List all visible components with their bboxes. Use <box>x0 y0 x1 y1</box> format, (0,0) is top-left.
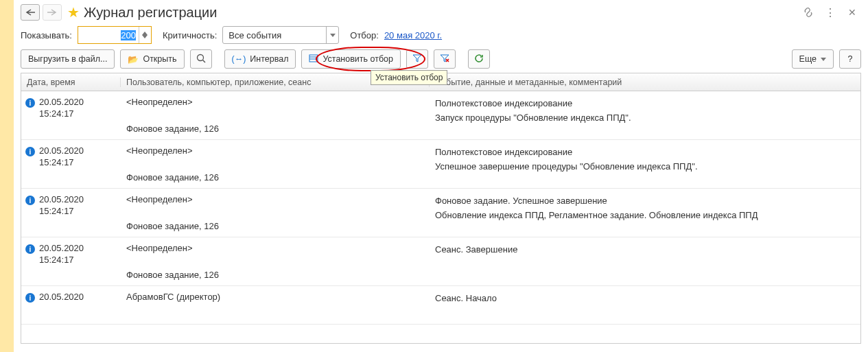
open-label: Открыть <box>143 54 176 64</box>
link-icon[interactable] <box>802 6 814 19</box>
svg-line-1 <box>202 60 205 62</box>
clear-filter-button[interactable] <box>434 49 456 69</box>
left-sidebar-strip <box>0 0 14 352</box>
chevron-down-icon <box>821 58 826 61</box>
header-row: ★ Журнал регистрации ⋮ ✕ <box>21 0 861 26</box>
row-user: АбрамовГС (директор) <box>126 292 430 302</box>
filter-by-value-button[interactable] <box>406 49 428 69</box>
event-table: Дата, время Пользователь, компьютер, при… <box>21 73 861 344</box>
info-icon: i <box>25 244 35 254</box>
criticality-value: Все события <box>223 30 326 40</box>
set-filter-label: Установить отбор <box>322 54 393 64</box>
filter-row: Показывать: Критичность: Все события Отб… <box>21 26 861 49</box>
info-icon: i <box>25 293 35 303</box>
info-icon: i <box>25 98 35 108</box>
row-time: 15:24:17 <box>39 108 84 120</box>
criticality-select[interactable]: Все события <box>222 26 339 44</box>
row-user: <Неопределен> <box>126 145 430 156</box>
set-filter-button[interactable]: Установить отбор <box>301 49 401 69</box>
interval-label: Интервал <box>250 54 288 64</box>
export-button[interactable]: Выгрузить в файл... <box>21 49 115 69</box>
open-button[interactable]: 📂 Открыть <box>120 49 184 69</box>
funnel-clear-icon <box>440 54 449 64</box>
info-icon: i <box>25 196 35 205</box>
tooltip: Установить отбор <box>371 70 447 85</box>
show-label: Показывать: <box>21 30 72 40</box>
criticality-dropdown-icon[interactable] <box>326 27 338 43</box>
row-event-1: Полнотекстовое индексирование <box>435 97 860 111</box>
help-label: ? <box>848 54 853 64</box>
refresh-icon <box>474 54 484 65</box>
folder-icon: 📂 <box>128 54 139 64</box>
row-event-2: Обновление индекса ППД, Регламентное зад… <box>435 209 860 223</box>
favorite-star-icon[interactable]: ★ <box>67 4 80 21</box>
nav-forward-button[interactable] <box>43 4 62 21</box>
row-session: Фоновое задание, 126 <box>126 172 430 183</box>
page-title: Журнал регистрации <box>84 5 217 21</box>
export-label: Выгрузить в файл... <box>28 54 107 64</box>
selection-link[interactable]: 20 мая 2020 г. <box>384 30 442 40</box>
close-icon[interactable]: ✕ <box>846 6 858 19</box>
more-button[interactable]: Еще <box>792 49 834 69</box>
row-session: Фоновое задание, 126 <box>126 270 430 280</box>
interval-button[interactable]: (↔) Интервал <box>224 49 296 69</box>
table-row[interactable]: i20.05.202015:24:17<Неопределен>Фоновое … <box>21 91 860 140</box>
search-button[interactable] <box>190 49 212 69</box>
table-body: i20.05.202015:24:17<Неопределен>Фоновое … <box>21 91 860 325</box>
row-user: <Неопределен> <box>126 243 430 253</box>
col-datetime[interactable]: Дата, время <box>21 78 121 87</box>
show-count-spinner[interactable] <box>139 27 151 43</box>
svg-rect-2 <box>309 55 318 62</box>
row-date: 20.05.2020 <box>39 194 84 206</box>
row-event-1: Полнотекстовое индексирование <box>435 145 860 160</box>
table-row[interactable]: i20.05.202015:24:17<Неопределен>Фоновое … <box>21 237 860 286</box>
svg-point-0 <box>197 54 203 60</box>
criticality-label: Критичность: <box>163 30 217 40</box>
help-button[interactable]: ? <box>839 49 861 69</box>
show-count-input-wrap <box>78 26 152 44</box>
row-time: 15:24:17 <box>39 206 84 218</box>
show-count-input[interactable] <box>78 27 139 43</box>
interval-icon: (↔) <box>232 54 246 64</box>
row-session: Фоновое задание, 126 <box>126 124 430 134</box>
row-time: 15:24:17 <box>39 157 84 169</box>
nav-back-button[interactable] <box>21 4 40 21</box>
row-event-1: Сеанс. Начало <box>435 292 860 306</box>
row-event-2: Успешное завершение процедуры "Обновлени… <box>435 160 860 174</box>
row-user: <Неопределен> <box>126 194 430 204</box>
info-icon: i <box>25 147 35 156</box>
toolbar: Выгрузить в файл... 📂 Открыть (↔) Интерв… <box>21 49 861 73</box>
table-row[interactable]: i20.05.202015:24:17<Неопределен>Фоновое … <box>21 140 860 189</box>
row-event-1: Фоновое задание. Успешное завершение <box>435 194 860 209</box>
row-date: 20.05.2020 <box>39 145 84 157</box>
kebab-menu-icon[interactable]: ⋮ <box>824 6 836 19</box>
selection-label: Отбор: <box>350 30 379 40</box>
more-label: Еще <box>799 54 817 64</box>
row-session: Фоновое задание, 126 <box>126 221 430 231</box>
table-row[interactable]: i20.05.202015:24:17<Неопределен>Фоновое … <box>21 189 860 237</box>
row-date: 20.05.2020 <box>39 97 84 108</box>
row-time: 15:24:17 <box>39 255 84 266</box>
row-date: 20.05.2020 <box>39 243 84 255</box>
table-row[interactable]: i20.05.2020АбрамовГС (директор)Сеанс. На… <box>21 286 860 325</box>
row-event-1: Сеанс. Завершение <box>435 243 860 257</box>
magnifier-icon <box>196 54 206 65</box>
row-event-2: Запуск процедуры "Обновление индекса ППД… <box>435 111 860 126</box>
row-user: <Неопределен> <box>126 97 430 107</box>
col-event[interactable]: Событие, данные и метаданные, комментари… <box>430 78 860 87</box>
filter-form-icon <box>309 54 318 64</box>
refresh-button[interactable] <box>468 49 490 69</box>
row-date: 20.05.2020 <box>39 292 84 303</box>
funnel-icon <box>412 54 422 64</box>
